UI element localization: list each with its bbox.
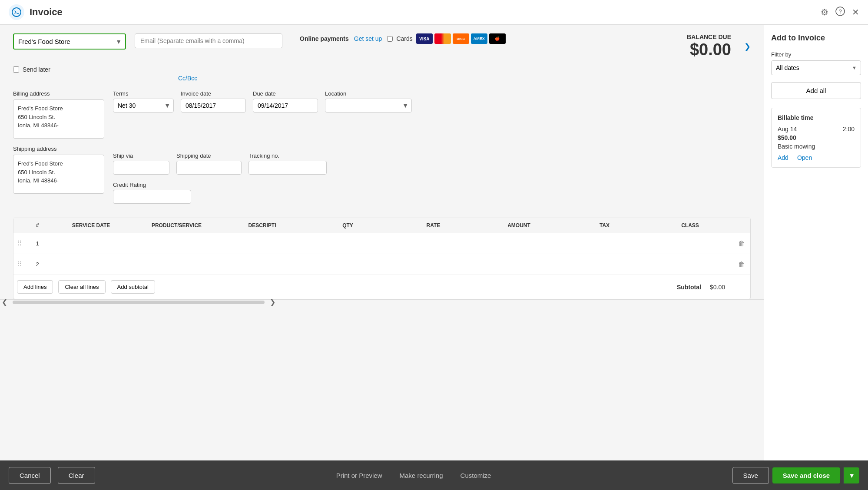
rate-2[interactable]	[391, 254, 476, 275]
shipping-address-box[interactable]: Fred's Food Store 650 Lincoln St. Ionia,…	[13, 155, 104, 194]
save-button[interactable]: Save	[732, 467, 769, 484]
svg-text:?: ?	[838, 8, 841, 15]
amount-2[interactable]	[476, 254, 562, 275]
col-description-header: DESCRIPTI	[219, 218, 305, 233]
tracking-no-input[interactable]	[248, 161, 327, 175]
tax-2[interactable]	[562, 254, 647, 275]
send-later-row: Send later	[13, 66, 751, 73]
send-later-checkbox[interactable]	[13, 66, 19, 73]
save-close-dropdown-button[interactable]: ▼	[844, 467, 859, 483]
clear-all-lines-button[interactable]: Clear all lines	[58, 280, 105, 294]
product-2[interactable]	[134, 254, 219, 275]
billing-address-block: Billing address Fred's Food Store 650 Li…	[13, 90, 104, 139]
cards-checkbox[interactable]	[387, 36, 393, 42]
location-input[interactable]	[325, 99, 412, 113]
class-2[interactable]	[647, 254, 733, 275]
add-all-button[interactable]: Add all	[771, 82, 861, 99]
description-2[interactable]	[219, 254, 305, 275]
table-row: ⠿ 1 🗑	[13, 233, 750, 254]
service-date-1[interactable]	[48, 233, 134, 254]
credit-rating-input[interactable]	[113, 190, 191, 204]
online-payments-area: Online payments Get set up Cards VISA DI…	[300, 33, 506, 44]
form-top: Fred's Food Store ▼ Online payments Get …	[0, 25, 764, 90]
amount-1[interactable]	[476, 233, 562, 254]
print-preview-button[interactable]: Print or Preview	[336, 472, 382, 479]
save-and-close-button[interactable]: Save and close	[772, 467, 840, 483]
due-date-group: Due date	[253, 90, 318, 113]
customize-button[interactable]: Customize	[461, 472, 491, 479]
col-service-date-header: SERVICE DATE	[48, 218, 134, 233]
scroll-right-icon[interactable]: ❯	[268, 298, 277, 306]
col-product-header: PRODUCT/SERVICE	[134, 218, 219, 233]
rate-1[interactable]	[391, 233, 476, 254]
customer-select[interactable]: Fred's Food Store	[13, 33, 126, 50]
close-button[interactable]: ✕	[852, 7, 859, 18]
qty-2[interactable]	[305, 254, 391, 275]
invoice-form: Fred's Food Store ▼ Online payments Get …	[0, 25, 764, 460]
delete-button-2[interactable]: 🗑	[738, 261, 745, 268]
service-date-2[interactable]	[48, 254, 134, 275]
delete-button-1[interactable]: 🗑	[738, 240, 745, 248]
header: Invoice ⚙ ? ✕	[0, 0, 868, 25]
discover-icon: DISC	[453, 33, 469, 44]
billing-line3: Ionia, MI 48846-	[18, 121, 99, 130]
shipping-line2: 650 Lincoln St.	[18, 168, 99, 177]
class-1[interactable]	[647, 233, 733, 254]
billable-open-button[interactable]: Open	[797, 154, 812, 161]
delete-row-2[interactable]: 🗑	[733, 254, 750, 275]
ship-via-input[interactable]	[113, 161, 169, 175]
shipping-line3: Ionia, MI 48846-	[18, 176, 99, 185]
terms-field-group: Terms Net 30 ▼	[113, 90, 174, 113]
ship-fields-row: Ship via Shipping date Tracking no.	[113, 152, 751, 175]
get-set-up-link[interactable]: Get set up	[354, 35, 382, 42]
invoice-date-input[interactable]	[181, 99, 246, 113]
table-actions: Add lines Clear all lines Add subtotal S…	[13, 275, 750, 299]
balance-due-label: BALANCE DUE	[687, 33, 731, 40]
make-recurring-button[interactable]: Make recurring	[400, 472, 443, 479]
location-label: Location	[325, 90, 412, 97]
credit-rating-group: Credit Rating	[113, 182, 751, 204]
balance-due-amount: $0.00	[687, 40, 731, 59]
billable-amount: $50.00	[778, 134, 855, 141]
description-1[interactable]	[219, 233, 305, 254]
shipping-address-block: Shipping address Fred's Food Store 650 L…	[13, 146, 104, 194]
horizontal-scrollbar[interactable]: ❮ ❯	[0, 299, 764, 305]
table-row: ⠿ 2 🗑	[13, 254, 750, 275]
billing-line2: 650 Lincoln St.	[18, 113, 99, 122]
clear-button[interactable]: Clear	[58, 467, 95, 484]
billable-date: Aug 14	[778, 126, 797, 132]
location-group: Location ▼	[325, 90, 412, 113]
email-field[interactable]	[135, 33, 282, 48]
filter-select[interactable]: All dates	[771, 60, 861, 75]
scroll-thumb[interactable]	[13, 301, 265, 304]
billing-address-box[interactable]: Fred's Food Store 650 Lincoln St. Ionia,…	[13, 99, 104, 139]
settings-button[interactable]: ⚙	[821, 7, 828, 18]
tax-1[interactable]	[562, 233, 647, 254]
col-delete-header	[733, 218, 750, 233]
cancel-button[interactable]: Cancel	[9, 467, 51, 484]
product-1[interactable]	[134, 233, 219, 254]
drag-handle-2[interactable]: ⠿	[13, 254, 27, 275]
row-num-2: 2	[27, 254, 48, 275]
shipping-date-input[interactable]	[176, 161, 242, 175]
scroll-left-icon[interactable]: ❮	[0, 298, 9, 306]
balance-expand-icon[interactable]: ❯	[744, 42, 751, 51]
due-date-input[interactable]	[253, 99, 318, 113]
amex-icon: AMEX	[471, 33, 487, 44]
billing-line1: Fred's Food Store	[18, 104, 99, 113]
add-lines-button[interactable]: Add lines	[17, 280, 53, 294]
drag-handle-1[interactable]: ⠿	[13, 233, 27, 254]
delete-row-1[interactable]: 🗑	[733, 233, 750, 254]
help-button[interactable]: ?	[835, 7, 845, 18]
cc-bcc-link[interactable]: Cc/Bcc	[178, 75, 197, 82]
billable-add-button[interactable]: Add	[778, 154, 788, 161]
location-select-wrap: ▼	[325, 99, 412, 113]
col-class-header: CLASS	[647, 218, 733, 233]
terms-select[interactable]: Net 30	[113, 99, 174, 113]
add-subtotal-button[interactable]: Add subtotal	[111, 280, 155, 294]
panel-title: Add to Invoice	[771, 33, 861, 43]
fields-area: Terms Net 30 ▼ Invoice date	[113, 90, 751, 113]
cards-area: Cards VISA DISC AMEX 🍎	[387, 33, 505, 44]
qty-1[interactable]	[305, 233, 391, 254]
tracking-no-label: Tracking no.	[248, 152, 327, 159]
